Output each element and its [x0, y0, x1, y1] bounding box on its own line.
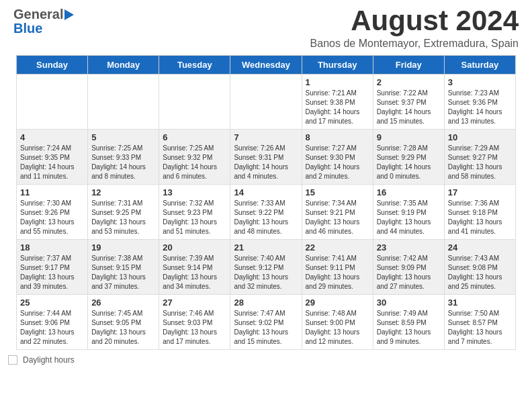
cell-info: Sunrise: 7:23 AM Sunset: 9:36 PM Dayligh… [448, 89, 512, 126]
date-number: 25 [20, 298, 84, 308]
cell-info: Sunrise: 7:34 AM Sunset: 9:21 PM Dayligh… [306, 199, 369, 236]
calendar-header-row: SundayMondayTuesdayWednesdayThursdayFrid… [17, 56, 516, 75]
calendar-cell: 28Sunrise: 7:47 AM Sunset: 9:02 PM Dayli… [230, 295, 302, 350]
date-number: 23 [377, 242, 441, 253]
calendar-cell: 13Sunrise: 7:32 AM Sunset: 9:23 PM Dayli… [159, 185, 230, 240]
calendar-cell: 18Sunrise: 7:37 AM Sunset: 9:17 PM Dayli… [17, 240, 88, 295]
calendar-cell: 1Sunrise: 7:21 AM Sunset: 9:38 PM Daylig… [302, 75, 373, 130]
cell-info: Sunrise: 7:27 AM Sunset: 9:30 PM Dayligh… [306, 144, 369, 181]
calendar-cell: 15Sunrise: 7:34 AM Sunset: 9:21 PM Dayli… [302, 185, 373, 240]
date-number: 16 [377, 187, 441, 197]
date-number: 3 [448, 77, 512, 87]
calendar-cell [17, 75, 88, 130]
date-number: 20 [163, 242, 226, 253]
cell-info: Sunrise: 7:25 AM Sunset: 9:32 PM Dayligh… [163, 144, 226, 181]
cell-info: Sunrise: 7:39 AM Sunset: 9:14 PM Dayligh… [163, 254, 226, 291]
calendar-cell: 11Sunrise: 7:30 AM Sunset: 9:26 PM Dayli… [17, 185, 88, 240]
cell-info: Sunrise: 7:49 AM Sunset: 8:59 PM Dayligh… [377, 309, 441, 347]
calendar-week-4: 18Sunrise: 7:37 AM Sunset: 9:17 PM Dayli… [17, 240, 516, 295]
date-number: 24 [448, 242, 512, 253]
date-number: 21 [234, 242, 298, 253]
date-number: 9 [377, 132, 441, 142]
calendar-container: SundayMondayTuesdayWednesdayThursdayFrid… [0, 55, 532, 350]
calendar-cell: 20Sunrise: 7:39 AM Sunset: 9:14 PM Dayli… [159, 240, 230, 295]
calendar-week-1: 1Sunrise: 7:21 AM Sunset: 9:38 PM Daylig… [17, 75, 516, 130]
cell-info: Sunrise: 7:31 AM Sunset: 9:25 PM Dayligh… [91, 199, 155, 236]
calendar-cell [159, 75, 230, 130]
calendar-cell: 16Sunrise: 7:35 AM Sunset: 9:19 PM Dayli… [373, 185, 444, 240]
calendar-cell: 8Sunrise: 7:27 AM Sunset: 9:30 PM Daylig… [302, 130, 373, 185]
calendar-cell: 2Sunrise: 7:22 AM Sunset: 9:37 PM Daylig… [373, 75, 444, 130]
date-number: 5 [91, 132, 155, 142]
day-header-wednesday: Wednesday [230, 56, 302, 75]
cell-info: Sunrise: 7:42 AM Sunset: 9:09 PM Dayligh… [377, 254, 441, 291]
date-number: 2 [377, 77, 441, 87]
day-header-saturday: Saturday [444, 56, 515, 75]
calendar-cell: 26Sunrise: 7:45 AM Sunset: 9:05 PM Dayli… [88, 295, 159, 350]
date-number: 13 [163, 187, 226, 197]
calendar-cell: 17Sunrise: 7:36 AM Sunset: 9:18 PM Dayli… [444, 185, 515, 240]
daylight-label: Daylight hours [23, 355, 75, 365]
calendar-week-3: 11Sunrise: 7:30 AM Sunset: 9:26 PM Dayli… [17, 185, 516, 240]
cell-info: Sunrise: 7:44 AM Sunset: 9:06 PM Dayligh… [20, 309, 84, 347]
date-number: 4 [20, 132, 84, 142]
date-number: 29 [306, 298, 369, 308]
calendar-week-2: 4Sunrise: 7:24 AM Sunset: 9:35 PM Daylig… [17, 130, 516, 185]
cell-info: Sunrise: 7:50 AM Sunset: 8:57 PM Dayligh… [448, 309, 512, 347]
day-header-monday: Monday [88, 56, 159, 75]
calendar-cell: 22Sunrise: 7:41 AM Sunset: 9:11 PM Dayli… [302, 240, 373, 295]
cell-info: Sunrise: 7:36 AM Sunset: 9:18 PM Dayligh… [448, 199, 512, 236]
date-number: 10 [448, 132, 512, 142]
date-number: 31 [448, 298, 512, 308]
calendar-cell: 10Sunrise: 7:29 AM Sunset: 9:27 PM Dayli… [444, 130, 515, 185]
date-number: 15 [306, 187, 369, 197]
calendar-cell: 7Sunrise: 7:26 AM Sunset: 9:31 PM Daylig… [230, 130, 302, 185]
logo: General Blue [13, 7, 77, 36]
cell-info: Sunrise: 7:40 AM Sunset: 9:12 PM Dayligh… [234, 254, 298, 291]
month-title: August 2024 [310, 7, 519, 35]
date-number: 18 [20, 242, 84, 253]
date-number: 14 [234, 187, 298, 197]
day-header-sunday: Sunday [17, 56, 88, 75]
calendar-cell [88, 75, 159, 130]
logo-general-text: General [13, 7, 63, 22]
calendar-footer: Daylight hours [0, 350, 532, 370]
cell-info: Sunrise: 7:33 AM Sunset: 9:22 PM Dayligh… [234, 199, 298, 236]
calendar-cell: 27Sunrise: 7:46 AM Sunset: 9:03 PM Dayli… [159, 295, 230, 350]
cell-info: Sunrise: 7:30 AM Sunset: 9:26 PM Dayligh… [20, 199, 84, 236]
cell-info: Sunrise: 7:45 AM Sunset: 9:05 PM Dayligh… [91, 309, 155, 347]
date-number: 30 [377, 298, 441, 308]
calendar-cell: 30Sunrise: 7:49 AM Sunset: 8:59 PM Dayli… [373, 295, 444, 350]
calendar-cell: 25Sunrise: 7:44 AM Sunset: 9:06 PM Dayli… [17, 295, 88, 350]
cell-info: Sunrise: 7:41 AM Sunset: 9:11 PM Dayligh… [306, 254, 369, 291]
day-header-thursday: Thursday [302, 56, 373, 75]
date-number: 27 [163, 298, 226, 308]
calendar-cell: 9Sunrise: 7:28 AM Sunset: 9:29 PM Daylig… [373, 130, 444, 185]
calendar-cell: 14Sunrise: 7:33 AM Sunset: 9:22 PM Dayli… [230, 185, 302, 240]
date-number: 22 [306, 242, 369, 253]
date-number: 12 [91, 187, 155, 197]
logo-wordmark: General Blue [13, 7, 77, 36]
calendar-week-5: 25Sunrise: 7:44 AM Sunset: 9:06 PM Dayli… [17, 295, 516, 350]
calendar-cell: 6Sunrise: 7:25 AM Sunset: 9:32 PM Daylig… [159, 130, 230, 185]
day-header-tuesday: Tuesday [159, 56, 230, 75]
calendar-cell: 12Sunrise: 7:31 AM Sunset: 9:25 PM Dayli… [88, 185, 159, 240]
calendar-cell: 29Sunrise: 7:48 AM Sunset: 9:00 PM Dayli… [302, 295, 373, 350]
calendar-cell: 31Sunrise: 7:50 AM Sunset: 8:57 PM Dayli… [444, 295, 515, 350]
date-number: 1 [306, 77, 369, 87]
cell-info: Sunrise: 7:35 AM Sunset: 9:19 PM Dayligh… [377, 199, 441, 236]
cell-info: Sunrise: 7:47 AM Sunset: 9:02 PM Dayligh… [234, 309, 298, 347]
cell-info: Sunrise: 7:48 AM Sunset: 9:00 PM Dayligh… [306, 309, 369, 347]
calendar-cell [230, 75, 302, 130]
cell-info: Sunrise: 7:22 AM Sunset: 9:37 PM Dayligh… [377, 89, 441, 126]
calendar-cell: 19Sunrise: 7:38 AM Sunset: 9:15 PM Dayli… [88, 240, 159, 295]
date-number: 26 [91, 298, 155, 308]
svg-marker-0 [64, 9, 74, 20]
cell-info: Sunrise: 7:43 AM Sunset: 9:08 PM Dayligh… [448, 254, 512, 291]
logo-arrow-icon [64, 8, 77, 21]
cell-info: Sunrise: 7:24 AM Sunset: 9:35 PM Dayligh… [20, 144, 84, 181]
cell-info: Sunrise: 7:26 AM Sunset: 9:31 PM Dayligh… [234, 144, 298, 181]
calendar-cell: 23Sunrise: 7:42 AM Sunset: 9:09 PM Dayli… [373, 240, 444, 295]
calendar-cell: 21Sunrise: 7:40 AM Sunset: 9:12 PM Dayli… [230, 240, 302, 295]
date-number: 28 [234, 298, 298, 308]
